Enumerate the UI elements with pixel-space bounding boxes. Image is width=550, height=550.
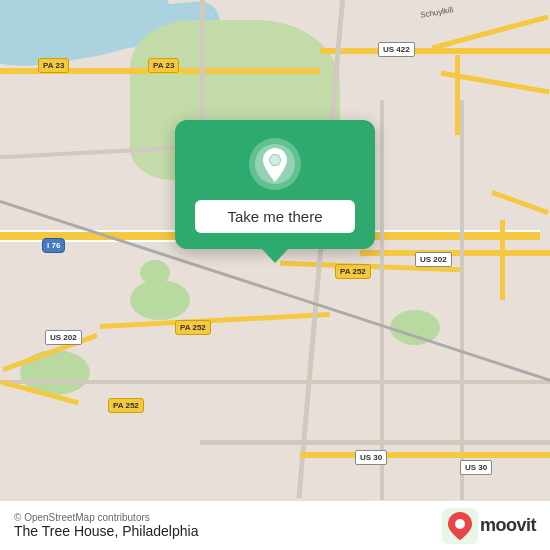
badge-us202-right: US 202	[415, 252, 452, 267]
attribution-text: © OpenStreetMap contributors	[14, 512, 198, 523]
badge-us202-left: US 202	[45, 330, 82, 345]
ramp-3	[455, 55, 460, 135]
badge-us30: US 30	[355, 450, 387, 465]
svg-point-3	[455, 519, 465, 529]
moovit-text: moovit	[480, 515, 536, 536]
location-pin-icon	[249, 138, 301, 190]
bottom-left: © OpenStreetMap contributors The Tree Ho…	[14, 512, 198, 539]
road-gray-7	[460, 100, 464, 500]
us30-road	[300, 452, 550, 458]
us202-road	[360, 250, 550, 256]
road-gray-4	[0, 380, 550, 384]
popup-card: Take me there	[175, 120, 375, 249]
location-title: The Tree House, Philadelphia	[14, 523, 198, 539]
badge-pa252-bottom: PA 252	[108, 398, 144, 413]
road-gray-6	[380, 100, 384, 500]
road-gray-5	[200, 440, 550, 445]
badge-pa252-right: PA 252	[335, 264, 371, 279]
badge-pa23-top: PA 23	[148, 58, 179, 73]
bottom-bar: © OpenStreetMap contributors The Tree Ho…	[0, 500, 550, 550]
moovit-icon	[442, 508, 478, 544]
moovit-pin-svg	[448, 512, 472, 540]
ramp-r-2	[500, 220, 505, 300]
badge-pa252-mid: PA 252	[175, 320, 211, 335]
badge-us30-right: US 30	[460, 460, 492, 475]
map-container: PA 23 PA 23 I 76 I 76 US 422 US 202 US 2…	[0, 0, 550, 500]
svg-point-2	[270, 155, 280, 165]
badge-pa23-left: PA 23	[38, 58, 69, 73]
take-me-there-button[interactable]: Take me there	[195, 200, 355, 233]
badge-us422: US 422	[378, 42, 415, 57]
badge-i76-left: I 76	[42, 238, 65, 253]
park-area-4	[140, 260, 170, 285]
park-area-1	[130, 280, 190, 320]
moovit-logo[interactable]: moovit	[442, 508, 536, 544]
